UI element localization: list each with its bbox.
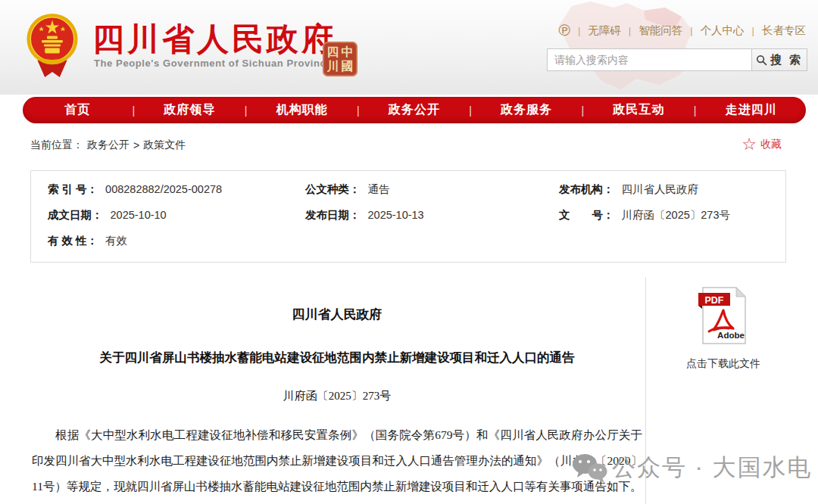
breadcrumb: 当前位置： 政务公开 > 政策文件 (30, 138, 186, 152)
seal-char: 國 (340, 59, 354, 73)
meta-written-date: 成文日期： 2025-10-10 (48, 208, 305, 234)
meta-label: 公文种类： (305, 182, 361, 197)
pdf-banner-label: PDF (705, 295, 724, 306)
meta-value: 2025-10-10 (111, 209, 167, 221)
pdf-file-icon[interactable]: PDF Adobe (698, 286, 748, 345)
meta-doc-number: 文 号： 川府函〔2025〕273号 (559, 208, 785, 234)
china-map-watermark (530, 0, 727, 95)
download-file-link[interactable]: 点击下载此文件 (653, 357, 794, 371)
search-bar: 搜 索 (547, 48, 807, 71)
star-icon: ☆ (742, 136, 757, 153)
meta-doc-type: 公文种类： 通告 (305, 182, 559, 208)
seal-char: 中 (340, 45, 354, 59)
breadcrumb-gov-info[interactable]: 政务公开 (87, 138, 130, 152)
meta-label: 发布日期： (305, 208, 361, 222)
link-smart-qa[interactable]: 智能问答 (638, 23, 682, 38)
meta-label: 有 效 性： (48, 234, 98, 248)
national-emblem (26, 9, 79, 82)
meta-label: 索 引 号： (48, 182, 98, 197)
meta-label: 发布机构： (559, 182, 614, 197)
nav-item-gov-info[interactable]: 政务公开 (360, 102, 470, 118)
favorite-label: 收藏 (760, 138, 782, 151)
seal-char: 川 (326, 59, 340, 73)
search-input[interactable] (547, 48, 751, 71)
site-subtitle: The People's Government of Sichuan Provi… (94, 58, 332, 69)
document-title: 关于四川省屏山书楼抽水蓄能电站建设征地范围内禁止新增建设项目和迁入人口的通告 (45, 350, 629, 366)
link-accessibility[interactable]: 无障碍 (588, 23, 621, 38)
nav-item-home[interactable]: 首页 (23, 102, 133, 118)
search-button-label: 搜 索 (770, 53, 803, 67)
breadcrumb-separator: > (133, 139, 139, 151)
meta-validity: 有 效 性： 有效 (48, 234, 305, 260)
meta-index-number: 索 引 号： 008282882/2025-00278 (48, 182, 305, 208)
nav-item-gov-leaders[interactable]: 政府领导 (135, 102, 245, 118)
adobe-label: Adobe (717, 331, 745, 340)
divider: | (629, 25, 631, 36)
document-meta-table: 索 引 号： 008282882/2025-00278 公文种类： 通告 发布机… (30, 170, 786, 263)
content-sidebar-divider (645, 277, 646, 504)
nav-item-interaction[interactable]: 政民互动 (584, 102, 694, 118)
breadcrumb-policy-docs[interactable]: 政策文件 (143, 138, 186, 152)
search-button[interactable]: 搜 索 (751, 48, 807, 71)
site-header: 四川省人民政府 The People's Government of Sichu… (0, 0, 818, 95)
document-paragraph: 根据《大中型水利水电工程建设征地补偿和移民安置条例》（国务院令第679号）和《四… (32, 422, 642, 499)
divider: | (690, 25, 692, 36)
nav-item-about-sichuan[interactable]: 走进四川 (696, 102, 806, 118)
meta-value: 2025-10-13 (368, 209, 424, 221)
search-icon (756, 54, 767, 66)
meta-issuing-agency: 发布机构： 四川省人民政府 (559, 182, 785, 208)
meta-value: 008282882/2025-00278 (105, 183, 222, 195)
meta-value: 有效 (105, 234, 127, 248)
breadcrumb-prefix: 当前位置： (30, 138, 83, 152)
favorite-button[interactable]: ☆ 收藏 (742, 136, 782, 153)
meta-value: 通告 (368, 182, 390, 197)
link-personal-center[interactable]: 个人中心 (701, 23, 745, 38)
divider: | (578, 25, 580, 36)
nav-item-org-functions[interactable]: 机构职能 (247, 102, 357, 118)
seal-char: 四 (326, 45, 340, 59)
meta-value: 川府函〔2025〕273号 (622, 208, 730, 222)
header-quick-links: ℗ | 无障碍 | 智能问答 | 个人中心 | 长者专区 (558, 23, 806, 38)
meta-label: 成文日期： (48, 208, 103, 222)
document-number: 川府函〔2025〕273号 (30, 389, 644, 403)
meta-publish-date: 发布日期： 2025-10-13 (305, 208, 559, 234)
pdf-download-widget: PDF Adobe 点击下载此文件 (653, 286, 794, 371)
divider: | (752, 25, 754, 36)
nav-item-gov-services[interactable]: 政务服务 (472, 102, 582, 118)
link-senior-zone[interactable]: 长者专区 (762, 23, 806, 38)
meta-label: 文 号： (559, 208, 614, 222)
site-title[interactable]: 四川省人民政府 (92, 18, 336, 61)
accessibility-circle-p-icon[interactable]: ℗ (558, 23, 570, 38)
main-nav: 首页 | 政府领导 | 机构职能 | 政务公开 | 政务服务 | 政民互动 | … (23, 97, 806, 123)
china-sichuan-seal: 四 中 川 國 (323, 42, 357, 76)
meta-value: 四川省人民政府 (622, 182, 699, 197)
document-issuer-heading: 四川省人民政府 (30, 306, 644, 323)
